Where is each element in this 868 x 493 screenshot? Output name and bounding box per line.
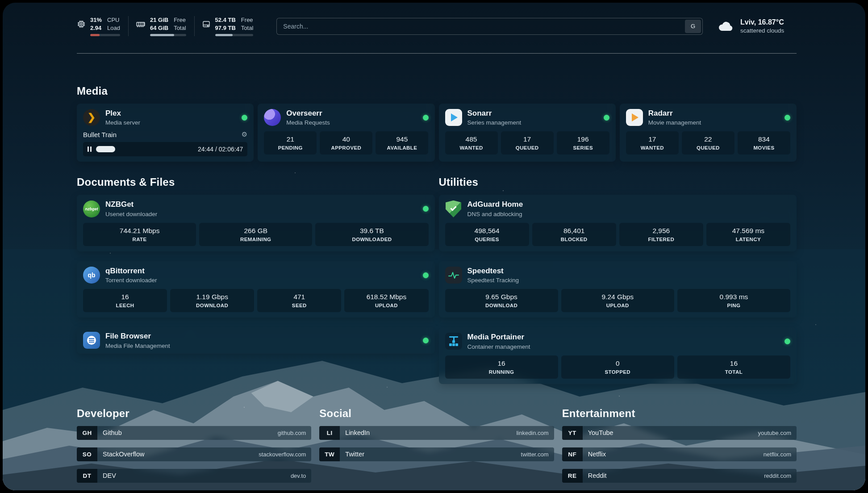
bookmark-netflix[interactable]: NF Netflix netflix.com [562, 447, 797, 461]
bookmarks-entertainment: Entertainment YT YouTube youtube.com NF … [562, 407, 797, 483]
stat-download: 9.65 Gbps DOWNLOAD [445, 289, 558, 312]
disk-free: 52.4 TB [215, 16, 236, 24]
entertainment-section-title: Entertainment [562, 407, 797, 420]
dev-icon: DT [77, 469, 97, 483]
media-section-title: Media [77, 85, 797, 97]
status-online-dot [423, 115, 429, 121]
app-desc: Movie management [648, 119, 701, 126]
status-online-dot [785, 338, 790, 344]
stat-wanted: 17 WANTED [626, 131, 679, 155]
bookmark-dev[interactable]: DT DEV dev.to [77, 469, 311, 483]
bookmark-linkedin[interactable]: LI LinkedIn linkedin.com [319, 426, 554, 440]
bookmarks-social: Social LI LinkedIn linkedin.com TW Twitt… [319, 407, 554, 483]
app-desc: Usenet downloader [105, 211, 157, 217]
bookmark-stackoverflow[interactable]: SO StackOverflow stackoverflow.com [77, 447, 311, 461]
app-desc: Container management [467, 343, 530, 350]
bookmark-youtube[interactable]: YT YouTube youtube.com [562, 426, 797, 440]
status-online-dot [785, 115, 790, 121]
app-desc: Speedtest Tracking [467, 277, 519, 284]
search-engine-button[interactable]: G [685, 20, 701, 33]
cpu-icon [77, 20, 86, 29]
plex-card[interactable]: ❯ Plex Media server Bullet Train ⚙ [77, 104, 254, 162]
plex-icon: ❯ [83, 109, 100, 126]
section-media: Media ❯ Plex Media server Bullet Train ⚙ [77, 85, 797, 162]
stat-queued: 17 QUEUED [501, 131, 554, 155]
stat-available: 945 AVAILABLE [376, 131, 428, 155]
radarr-card[interactable]: Radarr Movie management 17 WANTED 22 QUE… [620, 104, 797, 162]
weather-widget: Lviv, 16.87°C scattered clouds [717, 18, 797, 34]
stat-downloaded: 39.6 TB DOWNLOADED [315, 223, 428, 246]
nzbget-card[interactable]: nzbget NZBGet Usenet downloader 744.21 M… [77, 195, 435, 251]
status-online-dot [423, 272, 429, 278]
filebrowser-card[interactable]: File Browser Media File Management [77, 327, 435, 353]
disk-icon [202, 20, 211, 29]
adguard-card[interactable]: AdGuard Home DNS and adblocking 498,564 … [439, 195, 797, 251]
stat-queued: 22 QUEUED [682, 131, 734, 155]
stat-download: 1.19 Gbps DOWNLOAD [170, 289, 254, 312]
disk-total-label: Total [241, 24, 253, 32]
stackoverflow-icon: SO [77, 447, 97, 461]
app-desc: Torrent downloader [105, 277, 157, 284]
app-desc: Media Requests [286, 119, 330, 126]
status-online-dot [242, 115, 247, 121]
bookmark-reddit[interactable]: RE Reddit reddit.com [562, 469, 797, 483]
linkedin-icon: LI [319, 426, 340, 440]
dashboard-screen: 31% 2.94 CPU Load [3, 3, 865, 490]
adguard-shield-icon [445, 201, 462, 217]
portainer-card[interactable]: Media Portainer Container management 16 … [439, 327, 797, 384]
qbittorrent-card[interactable]: qb qBittorrent Torrent downloader 16 LEE… [77, 261, 435, 318]
cpu-usage-bar [90, 34, 120, 36]
memory-usage-bar [150, 34, 186, 36]
stat-filtered: 2,956 FILTERED [619, 223, 703, 246]
cpu-widget: 31% 2.94 CPU Load [77, 16, 129, 36]
overseerr-icon [264, 109, 281, 126]
speedtest-card[interactable]: Speedtest Speedtest Tracking 9.65 Gbps D… [439, 261, 797, 318]
app-desc: DNS and adblocking [467, 211, 523, 217]
sonarr-card[interactable]: Sonarr Series management 485 WANTED 17 Q… [439, 104, 616, 162]
search-input[interactable] [276, 18, 703, 35]
youtube-icon: YT [562, 426, 583, 440]
disk-total: 97.9 TB [215, 24, 236, 32]
bookmarks-developer: Developer GH Github github.com SO StackO… [77, 407, 311, 483]
status-online-dot [423, 338, 429, 343]
section-utilities: Utilities AdGuard Home DNS and adblockin… [439, 176, 797, 384]
media-player-bar: 24:44 / 02:06:47 [83, 142, 247, 156]
bookmark-twitter[interactable]: TW Twitter twitter.com [319, 447, 554, 461]
header-divider [77, 53, 797, 54]
app-name: qBittorrent [105, 267, 157, 276]
bookmark-github[interactable]: GH Github github.com [77, 426, 311, 440]
app-name: Sonarr [467, 109, 522, 118]
memory-total: 64 GiB [150, 24, 168, 32]
overseerr-card[interactable]: Overseerr Media Requests 21 PENDING 40 A… [258, 104, 434, 162]
stat-latency: 47.569 ms LATENCY [706, 223, 790, 246]
bookmarks-area: Developer GH Github github.com SO StackO… [77, 407, 797, 483]
memory-icon [136, 20, 146, 29]
cpu-percent: 31% [90, 16, 102, 24]
cpu-loadavg: 2.94 [90, 24, 102, 32]
playback-time: 24:44 / 02:06:47 [198, 146, 243, 153]
stat-remaining: 266 GB REMAINING [199, 223, 312, 246]
stat-running: 16 RUNNING [445, 355, 558, 379]
stat-wanted: 485 WANTED [445, 131, 498, 155]
app-desc: Series management [467, 119, 522, 126]
social-section-title: Social [319, 407, 554, 420]
stat-stopped: 0 STOPPED [561, 355, 674, 379]
memory-free-label: Free [174, 16, 186, 24]
github-icon: GH [77, 426, 97, 440]
memory-total-label: Total [174, 24, 186, 32]
cpu-label: CPU [107, 16, 120, 24]
gear-icon[interactable]: ⚙ [242, 130, 247, 138]
memory-widget: 21 GiB 64 GiB Free Total [136, 16, 195, 36]
app-desc: Media File Management [105, 343, 170, 349]
cloud-icon [717, 20, 735, 33]
pause-button[interactable] [88, 146, 92, 152]
stat-rate: 744.21 Mbps RATE [83, 223, 196, 246]
stat-pending: 21 PENDING [264, 131, 317, 155]
developer-section-title: Developer [77, 407, 311, 420]
top-bar: 31% 2.94 CPU Load [77, 16, 797, 36]
app-name: File Browser [105, 332, 170, 341]
playback-progress [96, 146, 193, 152]
weather-condition: scattered clouds [740, 27, 784, 34]
stat-series: 196 SERIES [557, 131, 609, 155]
stat-approved: 40 APPROVED [320, 131, 372, 155]
